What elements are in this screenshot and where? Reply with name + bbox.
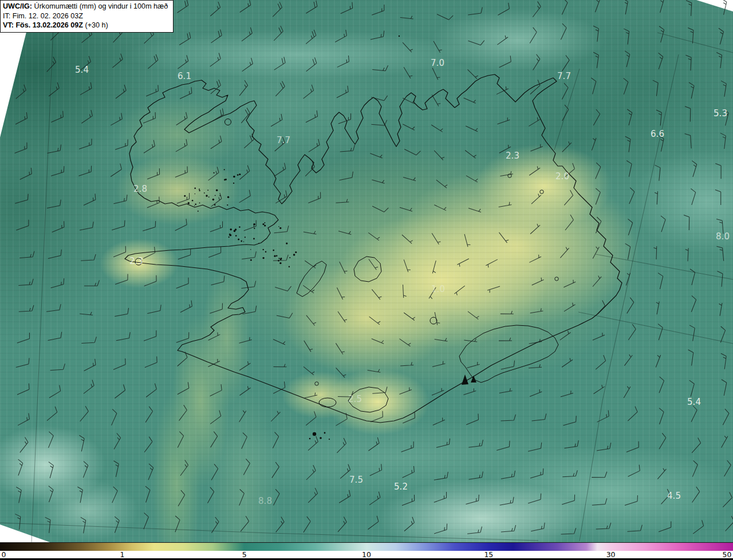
station-value-label: 7.7: [277, 135, 290, 145]
colorbar-label: 30: [606, 550, 616, 559]
station-value-label: 2.3: [506, 151, 519, 161]
station-value-label: 7.5: [349, 475, 363, 485]
station-value-label: 2.0: [555, 171, 569, 182]
glacier-contours: [135, 119, 558, 413]
colorbar-gradient: [0, 542, 733, 551]
iceland-coastline: [125, 74, 622, 423]
station-value-label: 8.8: [258, 496, 272, 506]
station-value-label: 6.1: [178, 71, 191, 81]
map-overlay: [0, 0, 733, 543]
station-value-label: 7.7: [557, 71, 571, 81]
colorbar-label: 0: [2, 550, 6, 559]
weather-map-product: 5.46.17.07.75.36.67.72.32.82.08.02.31.02…: [0, 0, 733, 560]
station-value-label: 5.4: [75, 65, 89, 75]
title-box: UWC/IG: Úrkomumætti (mm) og vindur i 100…: [0, 0, 174, 33]
colorbar-label: 1: [120, 550, 124, 559]
colorbar-label: 10: [362, 550, 371, 559]
init-time: IT: Fim. 12. 02. 2026 03Z: [3, 11, 168, 21]
colorbar: 01510153050: [0, 542, 733, 560]
colorbar-label: 15: [484, 550, 493, 559]
station-value-label: 8.0: [716, 231, 730, 242]
wind-barbs-layer: [15, 0, 733, 534]
station-value-label: 5.4: [687, 397, 701, 407]
station-value-label: 7.0: [431, 58, 444, 68]
colorbar-label: 50: [723, 550, 732, 559]
station-value-label: 2.8: [133, 184, 147, 194]
graticule-lines: [0, 0, 733, 543]
station-value-label: 5.2: [394, 482, 408, 492]
station-value-label: 2.5: [348, 394, 362, 404]
station-value-label: 4.5: [667, 491, 681, 501]
station-value-label: 6.6: [651, 129, 664, 139]
station-value-label: 2.3: [129, 256, 143, 266]
product-title: UWC/IG: Úrkomumætti (mm) og vindur i 100…: [3, 2, 168, 11]
map-domain-edge: [0, 0, 733, 543]
colorbar-label: 5: [242, 550, 247, 559]
colorbar-labels: 01510153050: [0, 551, 733, 558]
valid-time: VT: Fös. 13.02.2026 09Z (+30 h): [3, 21, 168, 30]
station-value-label: 5.3: [714, 108, 727, 119]
island-dots: [184, 36, 400, 440]
station-value-label: 1.0: [431, 284, 445, 294]
